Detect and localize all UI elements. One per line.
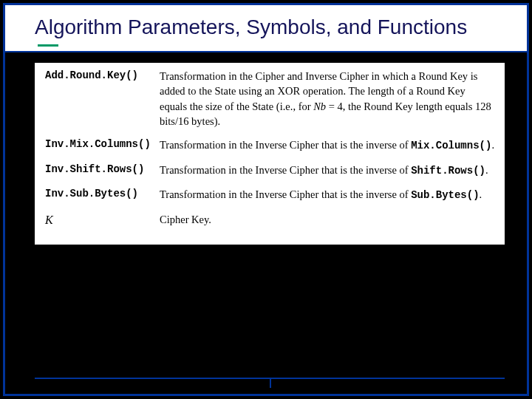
desc-invsubbytes: Transformation in the Inverse Cipher tha… <box>160 187 494 203</box>
definition-row: Inv.Sub.Bytes() Transformation in the In… <box>45 187 494 203</box>
mono-ref: Shift.Rows() <box>411 165 485 177</box>
desc-k: Cipher Key. <box>160 212 494 227</box>
term-k: K <box>45 212 160 228</box>
desc-text: . <box>491 139 494 151</box>
term-addroundkey: Add.Round.Key() <box>45 69 160 83</box>
desc-text: Transformation in the Inverse Cipher tha… <box>160 164 411 176</box>
slide-title: Algorithm Parameters, Symbols, and Funct… <box>35 14 505 40</box>
definition-row: Add.Round.Key() Transformation in the Ci… <box>45 69 494 129</box>
bottom-tick <box>270 378 271 388</box>
desc-invshiftrows: Transformation in the Inverse Cipher tha… <box>160 163 494 179</box>
desc-invmixcolumns: Transformation in the Inverse Cipher tha… <box>160 137 494 154</box>
mono-ref: Mix.Columns() <box>411 140 491 151</box>
title-accent-bar <box>38 44 58 47</box>
desc-text: Transformation in the Inverse Cipher tha… <box>160 188 411 200</box>
term-invshiftrows: Inv.Shift.Rows() <box>45 163 160 177</box>
definition-row: K Cipher Key. <box>45 212 494 228</box>
title-gap <box>5 52 527 58</box>
definition-row: Inv.Mix.Columns() Transformation in the … <box>45 137 494 154</box>
definition-row: Inv.Shift.Rows() Transformation in the I… <box>45 163 494 179</box>
title-area: Algorithm Parameters, Symbols, and Funct… <box>5 5 527 52</box>
term-invsubbytes: Inv.Sub.Bytes() <box>45 187 160 201</box>
mono-ref: Sub.Bytes() <box>411 189 479 201</box>
desc-text: Transformation in the Inverse Cipher tha… <box>160 139 411 151</box>
desc-text: . <box>480 188 482 200</box>
term-invmixcolumns: Inv.Mix.Columns() <box>45 137 160 151</box>
content-box: Add.Round.Key() Transformation in the Ci… <box>35 63 505 245</box>
slide-frame: Algorithm Parameters, Symbols, and Funct… <box>3 3 529 396</box>
nb-symbol: Nb <box>313 100 326 112</box>
desc-text: . <box>485 164 488 176</box>
desc-addroundkey: Transformation in the Cipher and Inverse… <box>160 69 494 129</box>
